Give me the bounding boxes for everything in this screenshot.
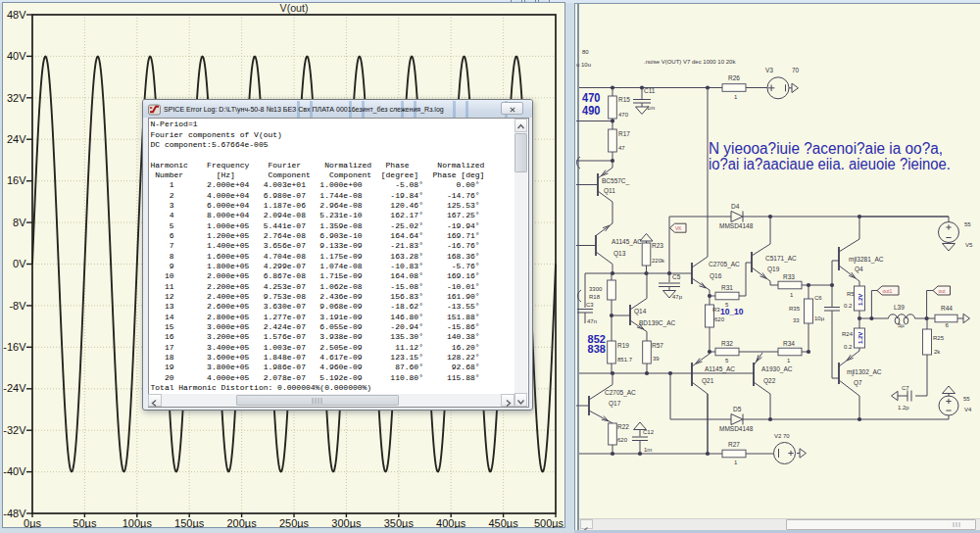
svg-text:C6: C6 xyxy=(814,295,822,301)
svg-text:BD139C_AC: BD139C_AC xyxy=(639,319,676,327)
svg-text:D5: D5 xyxy=(733,406,742,412)
svg-text:Q19: Q19 xyxy=(767,266,780,273)
svg-text:3300: 3300 xyxy=(589,286,603,292)
svg-text:1: 1 xyxy=(734,460,738,465)
svg-text:1: 1 xyxy=(790,292,794,298)
svg-text:10_10: 10_10 xyxy=(720,306,744,316)
svg-text:8V: 8V xyxy=(13,217,26,228)
svg-text:R34: R34 xyxy=(783,340,795,347)
svg-text:R33: R33 xyxy=(783,273,795,280)
svg-text:-8V: -8V xyxy=(9,300,26,312)
svg-text:500µs: 500µs xyxy=(534,517,564,528)
svg-text:1.2p: 1.2p xyxy=(898,405,909,411)
svg-text:47n: 47n xyxy=(587,318,597,324)
svg-text:2k: 2k xyxy=(934,349,941,355)
svg-text:1: 1 xyxy=(734,94,738,100)
svg-text:10µ: 10µ xyxy=(814,315,825,321)
svg-text:R22: R22 xyxy=(617,423,629,430)
svg-text:C2705_AC: C2705_AC xyxy=(605,389,636,397)
svg-text:R24: R24 xyxy=(842,331,854,337)
svg-text:R19: R19 xyxy=(617,342,629,349)
svg-text:V(out): V(out) xyxy=(280,2,309,14)
svg-text:N yieooa?iuie ?acenoi?aie ia o: N yieooa?iuie ?acenoi?aie ia oo?a, xyxy=(709,140,943,157)
svg-text:40V: 40V xyxy=(7,50,26,62)
svg-text:C5171_AC: C5171_AC xyxy=(765,255,797,263)
svg-text:R27: R27 xyxy=(728,441,740,448)
svg-text:1m: 1m xyxy=(647,105,655,111)
svg-text:R32: R32 xyxy=(721,340,733,347)
svg-text:0.2: 0.2 xyxy=(844,303,853,309)
svg-text:350µs: 350µs xyxy=(384,517,415,528)
svg-text:Q16: Q16 xyxy=(710,272,722,280)
svg-text:io?ai ia?aaciaue eiia. aieuoie: io?ai ia?aaciaue eiia. aieuoie ?ieinoe. xyxy=(709,156,951,172)
svg-text:Q13: Q13 xyxy=(613,250,626,258)
svg-text:400µs: 400µs xyxy=(436,517,466,528)
svg-text:L39: L39 xyxy=(894,304,905,311)
svg-text:D4: D4 xyxy=(731,203,740,210)
svg-text:16V: 16V xyxy=(7,174,26,186)
svg-text:Q11: Q11 xyxy=(604,187,615,195)
svg-text:1m: 1m xyxy=(644,447,652,453)
svg-text:48V: 48V xyxy=(7,9,26,21)
svg-text:0.2: 0.2 xyxy=(844,344,853,350)
svg-text:300µs: 300µs xyxy=(331,517,362,528)
svg-text:490: 490 xyxy=(582,103,600,118)
svg-text:Q21: Q21 xyxy=(702,377,714,385)
svg-text:5: 5 xyxy=(725,358,729,363)
svg-text:VK: VK xyxy=(675,225,682,231)
svg-text:BC557C_: BC557C_ xyxy=(602,177,630,185)
svg-text:V3: V3 xyxy=(765,67,773,73)
svg-text:70: 70 xyxy=(792,67,800,73)
svg-text:50µs: 50µs xyxy=(73,517,97,528)
svg-text:55: 55 xyxy=(963,396,970,402)
svg-text:C5: C5 xyxy=(672,273,681,280)
svg-text:out1: out1 xyxy=(883,288,893,294)
svg-text:-32V: -32V xyxy=(3,424,26,436)
svg-text:V2 70: V2 70 xyxy=(774,433,790,439)
svg-text:R17: R17 xyxy=(618,130,630,137)
svg-text:R15: R15 xyxy=(618,96,630,103)
svg-text:out: out xyxy=(939,288,947,294)
svg-text:150µs: 150µs xyxy=(174,517,205,528)
svg-text:MMSD4148: MMSD4148 xyxy=(719,222,754,229)
svg-text:C7: C7 xyxy=(902,385,909,391)
svg-text:A1145_AC: A1145_AC xyxy=(705,365,735,373)
svg-text:A1145_AC: A1145_AC xyxy=(612,238,642,246)
svg-text:24V: 24V xyxy=(7,133,26,145)
svg-text:0V: 0V xyxy=(13,258,26,269)
svg-text:C3: C3 xyxy=(586,302,594,308)
svg-text:851.7: 851.7 xyxy=(617,357,633,363)
svg-text:-24V: -24V xyxy=(3,382,26,394)
svg-text:C12: C12 xyxy=(643,429,655,435)
svg-text:200µs: 200µs xyxy=(226,517,257,528)
svg-text:MMSD4148: MMSD4148 xyxy=(719,425,754,432)
svg-text:1.2V: 1.2V xyxy=(858,294,863,306)
svg-text:u 10u: u 10u xyxy=(576,62,591,68)
svg-text:mjl1302_AC: mjl1302_AC xyxy=(847,368,882,376)
svg-text:C2705_AC: C2705_AC xyxy=(709,261,740,268)
svg-text:R44: R44 xyxy=(941,305,953,312)
svg-text:R26: R26 xyxy=(728,74,740,81)
svg-text:R5: R5 xyxy=(847,291,855,297)
svg-text:R18: R18 xyxy=(589,294,601,300)
svg-text:250µs: 250µs xyxy=(279,517,310,528)
svg-text:100µs: 100µs xyxy=(122,517,153,528)
svg-text:0µs: 0µs xyxy=(24,517,41,528)
svg-text:Q4: Q4 xyxy=(855,266,863,273)
svg-text:A1930_AC: A1930_AC xyxy=(761,365,793,373)
svg-text:620: 620 xyxy=(617,437,628,443)
svg-text:80: 80 xyxy=(582,49,589,55)
svg-text:V4: V4 xyxy=(964,407,972,412)
svg-text:620: 620 xyxy=(714,316,725,322)
svg-text:470: 470 xyxy=(618,112,629,118)
svg-text:1: 1 xyxy=(787,358,791,363)
svg-text:838: 838 xyxy=(588,343,606,355)
svg-text:V5: V5 xyxy=(965,242,973,248)
svg-text:47p: 47p xyxy=(672,294,683,300)
svg-text:Q22: Q22 xyxy=(763,377,776,385)
svg-text:R23: R23 xyxy=(652,242,663,249)
svg-text:32V: 32V xyxy=(7,92,26,104)
svg-text:220k: 220k xyxy=(652,258,665,264)
svg-text:33: 33 xyxy=(793,317,800,323)
svg-text:55: 55 xyxy=(964,221,971,227)
